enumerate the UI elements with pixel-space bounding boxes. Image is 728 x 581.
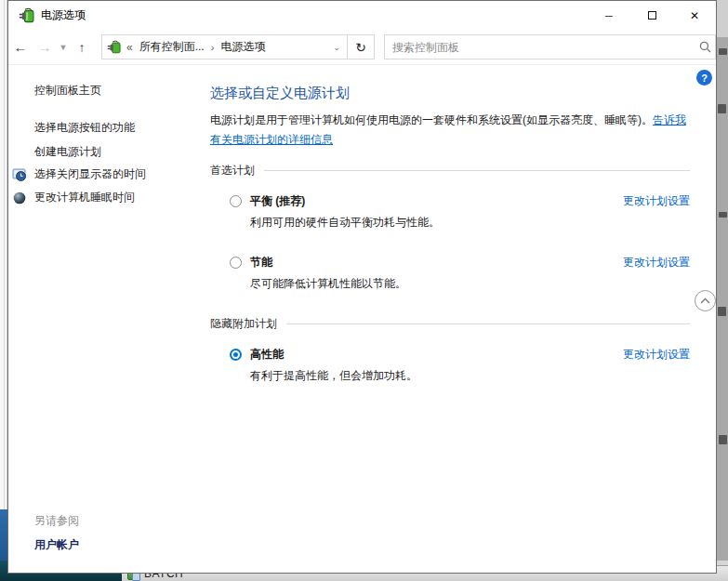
- navigation-bar: ← → ▼ ↑ « 所有控制面... › 电源选项 ⌄ ↻: [8, 30, 716, 65]
- plan-desc-balanced: 利用可用的硬件自动平衡功耗与性能。: [250, 215, 690, 231]
- screen: BATCH 电源选项 ─ ✕ ← → ▼ ↑: [0, 0, 728, 581]
- background-left-blue-panel: [0, 509, 7, 562]
- section-rule: [286, 324, 690, 324]
- change-plan-settings-link-high-performance[interactable]: 更改计划设置: [623, 347, 690, 363]
- collapse-section-button[interactable]: [695, 290, 716, 311]
- back-button[interactable]: ←: [8, 39, 33, 55]
- search-icon[interactable]: [695, 41, 715, 53]
- maximize-icon: [648, 11, 656, 20]
- up-button[interactable]: ↑: [70, 40, 94, 55]
- breadcrumb-power-icon: [107, 40, 121, 54]
- sidebar-item-user-accounts[interactable]: 用户帐户: [34, 537, 79, 553]
- refresh-button[interactable]: ↻: [347, 35, 374, 59]
- plan-row-balanced: 平衡 (推荐) 更改计划设置: [210, 193, 690, 209]
- search-input[interactable]: [385, 41, 695, 54]
- power-options-window: 电源选项 ─ ✕ ← → ▼ ↑ « 所有控制面... ›: [7, 0, 717, 574]
- page-title: 选择或自定义电源计划: [210, 85, 690, 102]
- sidebar-item-control-panel-home[interactable]: 控制面板主页: [8, 83, 209, 99]
- search-box[interactable]: [384, 34, 716, 59]
- titlebar: 电源选项 ─ ✕: [8, 1, 716, 30]
- breadcrumb-overflow-icon[interactable]: «: [126, 41, 133, 54]
- sidebar-item-create-power-plan[interactable]: 创建电源计划: [8, 144, 209, 160]
- plan-row-power-saver: 节能 更改计划设置: [210, 255, 690, 271]
- sidebar-item-display-off-time[interactable]: 选择关闭显示器的时间: [8, 166, 209, 182]
- close-button[interactable]: ✕: [673, 2, 716, 30]
- sidebar: 控制面板主页 选择电源按钮的功能 创建电源计划 选择关闭显: [8, 66, 209, 573]
- intro-paragraph: 电源计划是用于管理计算机如何使用电源的一套硬件和系统设置(如显示器亮度、睡眠等)…: [210, 111, 690, 150]
- radio-power-saver[interactable]: [230, 257, 242, 269]
- maximize-button[interactable]: [630, 2, 673, 30]
- breadcrumb-all-control-panel[interactable]: 所有控制面...: [133, 39, 211, 55]
- sidebar-item-power-buttons[interactable]: 选择电源按钮的功能: [8, 120, 209, 136]
- section-preferred-plans: 首选计划: [210, 163, 690, 178]
- sidebar-item-sleep-time[interactable]: 更改计算机睡眠时间: [8, 190, 209, 205]
- history-dropdown-icon[interactable]: ▼: [57, 43, 70, 52]
- minimize-button[interactable]: ─: [588, 2, 630, 30]
- forward-button[interactable]: →: [33, 39, 57, 55]
- change-plan-settings-link-balanced[interactable]: 更改计划设置: [623, 193, 690, 209]
- window-title: 电源选项: [41, 7, 588, 23]
- intro-text: 电源计划是用于管理计算机如何使用电源的一套硬件和系统设置(如显示器亮度、睡眠等)…: [210, 113, 653, 126]
- breadcrumb-power-options[interactable]: 电源选项: [214, 39, 271, 55]
- chevron-up-icon: [700, 297, 710, 304]
- address-breadcrumb[interactable]: « 所有控制面... › 电源选项 ⌄ ↻: [101, 34, 375, 59]
- see-also-heading: 另请参阅: [34, 513, 79, 529]
- radio-high-performance[interactable]: [230, 349, 242, 361]
- plan-desc-high-performance: 有利于提高性能，但会增加功耗。: [250, 368, 690, 384]
- section-hidden-plans: 隐藏附加计划: [210, 316, 690, 332]
- sleep-sphere-icon: [12, 191, 27, 205]
- main-pane: 选择或自定义电源计划 电源计划是用于管理计算机如何使用电源的一套硬件和系统设置(…: [210, 66, 690, 393]
- content-area: 控制面板主页 选择电源按钮的功能 创建电源计划 选择关闭显: [8, 66, 716, 573]
- power-options-icon: [19, 7, 34, 23]
- plan-row-high-performance: 高性能 更改计划设置: [210, 347, 690, 363]
- display-clock-icon: [12, 167, 27, 182]
- background-right-window-edge: [717, 0, 728, 581]
- background-left-window-edge: [0, 0, 7, 581]
- change-plan-settings-link-power-saver[interactable]: 更改计划设置: [623, 255, 690, 271]
- address-dropdown-icon[interactable]: ⌄: [326, 43, 347, 52]
- help-button[interactable]: ?: [696, 70, 712, 86]
- plan-desc-power-saver: 尽可能降低计算机性能以节能。: [250, 276, 690, 292]
- radio-balanced[interactable]: [230, 195, 242, 207]
- section-rule: [264, 170, 690, 171]
